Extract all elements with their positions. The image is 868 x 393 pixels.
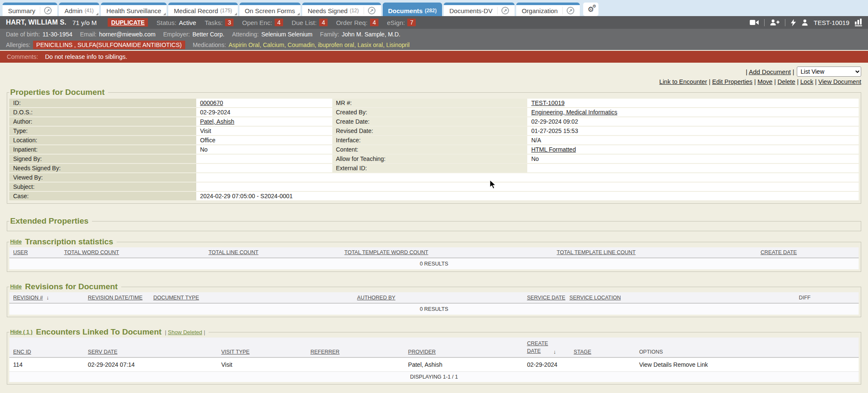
bar-chart-icon[interactable]: [855, 19, 862, 26]
column-header: OPTIONS: [635, 338, 859, 357]
tasks-count-badge[interactable]: 3: [225, 19, 234, 26]
family-value: John M. Sample, M.D.: [342, 31, 401, 38]
view-mode-select[interactable]: List View: [797, 66, 861, 77]
hide-encounters-link[interactable]: Hide ( 1 ): [10, 329, 33, 335]
provider-cell: Patel, Ashish: [404, 357, 523, 372]
video-camera-icon[interactable]: [750, 19, 759, 25]
move-link[interactable]: Move: [757, 78, 772, 85]
add-document-link[interactable]: Add Document: [749, 68, 791, 75]
column-header: PROVIDER: [404, 338, 523, 357]
open-new-window-icon[interactable]: ↗: [497, 7, 509, 14]
show-deleted-link[interactable]: Show Deleted: [168, 329, 202, 335]
tab-bar: Summary ↗ Admin (41) Health Surveillance…: [0, 0, 868, 16]
column-header: STAGE: [570, 338, 635, 357]
column-header: DOCUMENT TYPE: [150, 292, 353, 303]
hide-transcription-link[interactable]: Hide: [10, 239, 22, 245]
esign-count-badge[interactable]: 7: [407, 19, 416, 26]
person-icon[interactable]: [801, 19, 808, 26]
table-row: Location: Office Interface: N/A: [9, 136, 859, 144]
document-id-link[interactable]: 0000670: [200, 100, 223, 106]
demographics-row-1: Date of birth:11-30-1954 Email:horner@mi…: [0, 29, 868, 39]
tab-count: (282): [425, 8, 437, 14]
tab-admin[interactable]: Admin (41): [59, 3, 99, 16]
table-row: Signed By: Allow for Teaching: No: [9, 155, 859, 163]
extended-properties-section: Extended Properties: [7, 216, 861, 231]
author-link[interactable]: Patel, Ashish: [200, 118, 234, 125]
demographics-row-2: Allergies:PENICILLINS , SULFA(SULFONAMID…: [0, 39, 868, 50]
case-value: 2024-02-29 07:05:00 - S2024-0001: [196, 192, 859, 200]
tab-medical-record[interactable]: Medical Record (175): [168, 3, 237, 16]
sort-descending-icon[interactable]: ↓: [46, 294, 49, 301]
open-new-window-icon[interactable]: ↗: [364, 7, 376, 14]
sort-descending-icon[interactable]: ↓: [553, 349, 556, 355]
tab-documents-dv[interactable]: Documents-DV ↗: [444, 3, 515, 16]
tab-count: (175): [220, 8, 232, 14]
create-date-cell: 02-29-2024: [523, 357, 570, 372]
tab-count: (12): [350, 8, 359, 14]
encounters-section: Hide ( 1 ) Encounters Linked To Document…: [7, 327, 861, 385]
due-list-count-badge[interactable]: 4: [319, 19, 328, 26]
duplicate-badge[interactable]: DUPLICATE: [108, 18, 148, 27]
tab-summary[interactable]: Summary ↗: [3, 3, 57, 16]
tab-on-screen-forms[interactable]: On Screen Forms: [239, 3, 300, 16]
content-format-link[interactable]: HTML Formatted: [531, 146, 576, 153]
medications-list[interactable]: Aspirin Oral, Calcium, Coumadin, ibuprof…: [228, 42, 409, 48]
hide-revisions-link[interactable]: Hide: [10, 284, 22, 290]
properties-table: ID: 0000670 MR #: TEST-10019 D.O.S.: 02-…: [9, 98, 859, 201]
table-row: Case: 2024-02-29 07:05:00 - S2024-0001: [9, 192, 859, 200]
results-count: 0 RESULTS: [9, 303, 859, 315]
column-header: TOTAL LINE COUNT: [205, 247, 341, 258]
lightning-icon[interactable]: [791, 19, 796, 26]
allergies-badge[interactable]: PENICILLINS , SULFA(SULFONAMIDE ANTIBIOT…: [33, 41, 185, 49]
transcription-title: Transcription statistics: [25, 237, 113, 246]
lock-link[interactable]: Lock: [800, 78, 813, 85]
results-count: 0 RESULTS: [9, 258, 859, 269]
table-row: D.O.S.: 02-29-2024 Created By: Engineeri…: [9, 108, 859, 116]
paging-status: DISPLAYING 1-1 / 1: [9, 372, 859, 382]
tab-label: Documents: [388, 7, 423, 14]
table-row: Viewed By:: [9, 173, 859, 182]
visit-type-cell: Visit: [217, 357, 306, 372]
table-row: ID: 0000670 MR #: TEST-10019: [9, 99, 859, 107]
column-header: TOTAL TEMPLATE LINE COUNT: [553, 247, 757, 258]
due-list-group: Due List: 4: [292, 19, 328, 26]
encounter-row: 114 02-29-2024 07:14 Visit Patel, Ashish…: [9, 357, 859, 372]
tab-health-surveillance[interactable]: Health Surveillance: [101, 3, 167, 16]
tab-needs-signed[interactable]: Needs Signed (12) ↗: [302, 3, 381, 16]
options-cell: View Details Remove Link: [635, 357, 859, 372]
column-header: VISIT TYPE: [217, 338, 306, 357]
extended-properties-title: Extended Properties: [9, 216, 92, 226]
link-to-encounter-link[interactable]: Link to Encounter: [659, 78, 707, 85]
comments-bar: Comments: Do not release info to sibling…: [0, 51, 868, 63]
open-enc-count-badge[interactable]: 4: [275, 19, 283, 26]
revisions-title: Revisions for Document: [25, 282, 118, 291]
column-header: USER: [9, 247, 60, 258]
created-by-link[interactable]: Engineering, Medical Informatics: [531, 109, 617, 116]
delete-link[interactable]: Delete: [778, 78, 796, 85]
column-header: AUTHORED BY: [353, 292, 523, 303]
remove-link-link[interactable]: Remove Link: [673, 361, 708, 368]
table-row: Needs Signed By: External ID:: [9, 164, 859, 172]
mr-number-link[interactable]: TEST-10019: [531, 100, 565, 106]
edit-properties-link[interactable]: Edit Properties: [712, 78, 752, 85]
email-value[interactable]: horner@mieweb.com: [99, 31, 156, 38]
order-req-count-badge[interactable]: 4: [370, 19, 378, 26]
tab-label: Health Surveillance: [106, 7, 161, 14]
table-row: Type: Visit Revised Date: 01-27-2025 15:…: [9, 127, 859, 135]
open-new-window-icon[interactable]: ↗: [562, 7, 574, 14]
open-new-window-icon[interactable]: ↗: [40, 7, 52, 14]
column-header: SERVICE LOCATION: [566, 292, 795, 303]
add-user-icon[interactable]: [770, 19, 779, 26]
view-document-link[interactable]: View Document: [818, 78, 861, 85]
tab-documents[interactable]: Documents (282): [383, 3, 442, 16]
settings-gear-icon[interactable]: ⚙ ⚙: [583, 3, 598, 16]
tasks-group: Tasks: 3: [205, 19, 234, 26]
tab-label: Organization: [522, 7, 558, 14]
document-actions: Add Document List View Link to Encounter…: [7, 66, 861, 88]
tab-label: On Screen Forms: [245, 7, 295, 14]
column-header: ENC ID: [9, 338, 84, 357]
view-details-link[interactable]: View Details: [639, 361, 672, 368]
tab-organization[interactable]: Organization ↗: [516, 3, 580, 16]
chart-number[interactable]: TEST-10019: [814, 19, 849, 26]
column-header: REVISION #↓: [9, 292, 84, 303]
